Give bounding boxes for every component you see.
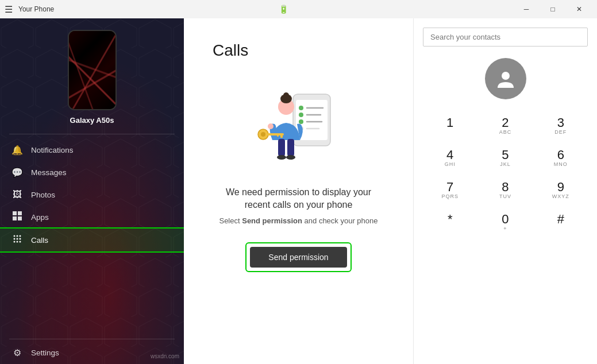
svg-rect-1 [18,211,22,215]
dial-num: # [557,213,564,226]
dial-letters: PQRS [441,193,459,200]
messages-icon: 💬 [11,167,23,178]
dial-letters: + [503,226,507,233]
svg-point-4 [14,235,16,237]
avatar [485,58,526,99]
svg-rect-32 [278,139,285,156]
sidebar-divider-bottom [9,339,175,339]
svg-point-26 [268,123,274,129]
notifications-icon: 🔔 [11,145,23,156]
dial-key-0[interactable]: 0 + [478,207,532,238]
dial-num: 6 [557,149,564,161]
dialpad: 1 2 ABC 3 DEF 4 GHI 5 JKL 6 MNO [423,111,588,238]
dial-key-star[interactable]: * [423,207,477,238]
dial-key-6[interactable]: 6 MNO [534,143,588,174]
dial-key-1[interactable]: 1 [423,111,477,142]
sidebar-item-notifications[interactable]: 🔔 Notifications [0,139,184,161]
nav-spacer [0,251,184,336]
send-permission-button[interactable]: Send permission [250,247,346,268]
contact-avatar-area [423,58,588,99]
dial-letters: MNO [554,161,568,168]
search-input[interactable] [423,28,588,47]
dial-letters: JKL [500,161,511,168]
dial-num: 3 [557,117,564,129]
svg-point-19 [299,119,303,124]
sidebar: Galaxy A50s 🔔 Notifications 💬 Messages 🖼… [0,18,184,364]
permission-main-text: We need permission to display your recen… [213,186,384,212]
menu-icon[interactable]: ☰ [5,4,13,15]
svg-point-34 [277,155,286,160]
dial-num: 1 [446,117,453,129]
dial-num: 9 [557,181,564,193]
phone-image [68,30,117,110]
sidebar-item-label: Settings [31,348,59,357]
send-permission-button-wrapper: Send permission [245,242,351,272]
dial-key-5[interactable]: 5 JKL [478,143,532,174]
minimize-button[interactable]: ─ [513,0,540,18]
permission-illustration [253,83,345,175]
sidebar-divider-top [9,134,175,134]
app-container: Galaxy A50s 🔔 Notifications 💬 Messages 🖼… [0,18,597,364]
right-panel: 1 2 ABC 3 DEF 4 GHI 5 JKL 6 MNO [413,18,597,364]
phone-image-container: Galaxy A50s [0,18,184,134]
sidebar-item-label: Photos [31,191,55,199]
titlebar: ☰ Your Phone 🔋 ─ □ ✕ [0,0,597,18]
svg-point-12 [20,241,21,243]
apps-icon [11,211,23,223]
dial-num: 2 [502,117,509,129]
sidebar-item-apps[interactable]: Apps [0,206,184,229]
dial-num: 5 [502,149,509,161]
sidebar-item-label: Calls [31,236,48,245]
phone-screen [69,31,115,109]
photos-icon: 🖼 [11,189,23,200]
dial-num: 8 [502,181,509,193]
dial-letters: ABC [499,129,512,136]
window-controls: ─ □ ✕ [513,0,592,18]
svg-point-15 [299,106,303,110]
svg-rect-31 [277,133,279,137]
svg-rect-0 [13,211,17,215]
dial-key-7[interactable]: 7 PQRS [423,175,477,206]
dial-num: 4 [446,149,453,161]
sidebar-item-calls[interactable]: Calls [0,229,184,251]
restore-button[interactable]: □ [540,0,566,18]
phone-name: Galaxy A50s [70,116,114,125]
svg-point-11 [17,241,18,243]
titlebar-title: Your Phone [18,5,54,13]
dial-key-3[interactable]: 3 DEF [534,111,588,142]
dial-num: 0 [502,213,509,226]
svg-point-28 [261,132,265,137]
sidebar-item-messages[interactable]: 💬 Messages [0,161,184,184]
dial-num: 7 [446,181,453,193]
svg-rect-33 [287,139,294,156]
sidebar-item-label: Apps [31,213,49,222]
dial-letters [449,226,451,233]
dial-key-8[interactable]: 8 TUV [478,175,532,206]
svg-point-5 [17,235,18,237]
dial-letters: WXYZ [552,193,569,200]
svg-point-6 [20,235,21,237]
dial-key-9[interactable]: 9 WXYZ [534,175,588,206]
close-button[interactable]: ✕ [566,0,592,18]
sidebar-item-label: Messages [31,168,67,177]
titlebar-left: ☰ Your Phone [5,4,54,15]
sidebar-item-photos[interactable]: 🖼 Photos [0,184,184,206]
battery-icon: 🔋 [279,5,288,14]
svg-point-35 [286,155,295,160]
svg-rect-2 [13,216,17,220]
svg-point-9 [20,238,21,240]
svg-point-17 [299,113,303,117]
svg-rect-30 [280,133,283,138]
dial-key-2[interactable]: 2 ABC [478,111,532,142]
dial-key-4[interactable]: 4 GHI [423,143,477,174]
dial-letters: DEF [554,129,567,136]
dial-letters [449,129,451,136]
watermark: wsxdn.com [151,353,179,359]
calls-icon [11,234,23,246]
permission-area: We need permission to display your recen… [213,77,384,272]
svg-point-7 [14,238,16,240]
main-panel: Calls [184,18,413,364]
svg-point-36 [502,72,510,80]
svg-rect-3 [18,216,22,220]
dial-key-hash[interactable]: # [534,207,588,238]
